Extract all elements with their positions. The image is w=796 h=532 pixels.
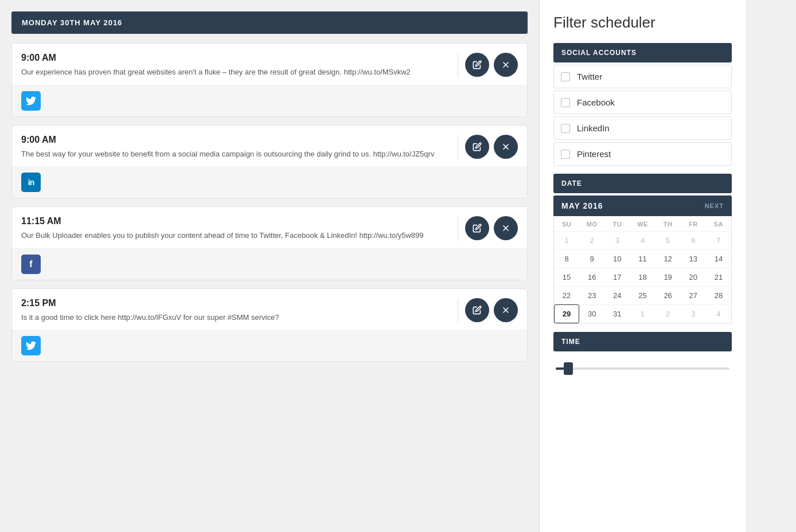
calendar-day[interactable]: 3 [681,304,706,323]
calendar-day[interactable]: 29 [554,304,579,323]
calendar-day[interactable]: 21 [706,268,731,286]
calendar-day[interactable]: 14 [706,249,731,268]
calendar-day[interactable]: 20 [681,268,706,286]
post-card-top: 9:00 AM The best way for your website to… [12,126,527,167]
calendar-day[interactable]: 1 [554,231,579,249]
calendar-next-button[interactable]: NEXT [705,202,724,209]
social-accounts-header: SOCIAL ACCOUNTS [553,43,732,62]
post-card-bottom [12,330,527,361]
calendar-day[interactable]: 16 [579,268,604,286]
calendar-day[interactable]: 24 [604,286,630,304]
post-card: 11:15 AM Our Bulk Uploader enables you t… [11,206,528,280]
post-text: Our Bulk Uploader enables you to publish… [21,230,444,241]
delete-button[interactable] [494,216,518,240]
post-card-top: 2:15 PM Is it a good time to click here … [12,289,527,331]
calendar: MAY 2016 NEXT SUMOTUWETHFRSA 12345678910… [553,195,732,324]
post-card-bottom: in [12,167,527,198]
calendar-day-name: FR [681,216,706,231]
time-section: TIME [553,332,732,378]
calendar-day[interactable]: 15 [554,268,579,286]
calendar-day-name: TU [604,216,630,231]
calendar-day[interactable]: 25 [630,286,655,304]
calendar-day[interactable]: 19 [655,268,681,286]
social-option-label-facebook: Facebook [577,97,615,107]
post-card: 9:00 AM Our experience has proven that g… [11,43,528,117]
sidebar: Filter scheduler SOCIAL ACCOUNTS Twitter… [539,0,746,532]
calendar-day[interactable]: 23 [579,286,604,304]
post-card-bottom: f [12,249,527,280]
post-actions [465,53,518,77]
time-slider[interactable] [556,367,729,370]
calendar-day[interactable]: 5 [655,231,681,249]
calendar-day[interactable]: 11 [630,249,655,268]
facebook-badge: f [21,255,41,274]
calendar-day-name: TH [655,216,681,231]
date-section: DATE MAY 2016 NEXT SUMOTUWETHFRSA 123456… [553,174,732,324]
calendar-day[interactable]: 4 [630,231,655,249]
checkbox-pinterest[interactable] [561,150,570,159]
delete-button[interactable] [494,135,518,159]
calendar-day[interactable]: 13 [681,249,706,268]
calendar-day[interactable]: 8 [554,249,579,268]
calendar-day[interactable]: 17 [604,268,630,286]
calendar-day[interactable]: 10 [604,249,630,268]
calendar-day[interactable]: 7 [706,231,731,249]
delete-button[interactable] [494,53,518,77]
calendar-day[interactable]: 18 [630,268,655,286]
calendar-day[interactable]: 27 [681,286,706,304]
post-divider [458,298,458,323]
calendar-day[interactable]: 26 [655,286,681,304]
calendar-day[interactable]: 31 [604,304,630,323]
calendar-day-name: WE [630,216,655,231]
social-option-pinterest[interactable]: Pinterest [553,142,732,166]
calendar-day-name: SA [706,216,731,231]
calendar-day[interactable]: 22 [554,286,579,304]
edit-button[interactable] [465,298,489,322]
post-actions [465,135,518,159]
edit-button[interactable] [465,53,489,77]
checkbox-linkedin[interactable] [561,124,570,133]
sidebar-title: Filter scheduler [553,14,732,32]
post-actions [465,216,518,240]
post-content: 9:00 AM The best way for your website to… [21,135,451,160]
calendar-day[interactable]: 30 [579,304,604,323]
twitter-badge [21,336,41,355]
post-time: 2:15 PM [21,298,444,308]
post-time: 9:00 AM [21,53,444,63]
edit-button[interactable] [465,135,489,159]
calendar-grid: SUMOTUWETHFRSA 1234567891011121314151617… [553,216,732,324]
calendar-day[interactable]: 4 [706,304,731,323]
edit-button[interactable] [465,216,489,240]
checkbox-facebook[interactable] [561,98,570,107]
calendar-day-name: MO [579,216,604,231]
twitter-badge [21,91,41,111]
calendar-day[interactable]: 3 [604,231,630,249]
linkedin-badge: in [21,173,41,192]
social-option-facebook[interactable]: Facebook [553,91,732,114]
post-card-top: 11:15 AM Our Bulk Uploader enables you t… [12,207,527,249]
checkbox-twitter[interactable] [561,72,570,81]
calendar-day[interactable]: 6 [681,231,706,249]
post-text: The best way for your website to benefit… [21,148,444,160]
calendar-header: MAY 2016 NEXT [553,195,732,216]
post-time: 11:15 AM [21,216,444,226]
calendar-day[interactable]: 2 [579,231,604,249]
post-content: 9:00 AM Our experience has proven that g… [21,53,451,78]
social-option-label-twitter: Twitter [577,72,602,81]
post-time: 9:00 AM [21,135,444,145]
social-option-label-pinterest: Pinterest [577,149,611,159]
post-content: 2:15 PM Is it a good time to click here … [21,298,451,323]
delete-button[interactable] [494,298,518,322]
posts-container: 9:00 AM Our experience has proven that g… [11,43,528,362]
calendar-day[interactable]: 9 [579,249,604,268]
calendar-day[interactable]: 2 [655,304,681,323]
social-option-twitter[interactable]: Twitter [553,65,732,88]
date-header: MONDAY 30TH MAY 2016 [11,11,528,34]
post-card-bottom [12,85,527,116]
time-header-label: TIME [553,332,732,351]
social-option-linkedin[interactable]: LinkedIn [553,116,732,140]
calendar-day[interactable]: 12 [655,249,681,268]
calendar-day-name: SU [554,216,579,231]
calendar-day[interactable]: 1 [630,304,655,323]
calendar-day[interactable]: 28 [706,286,731,304]
